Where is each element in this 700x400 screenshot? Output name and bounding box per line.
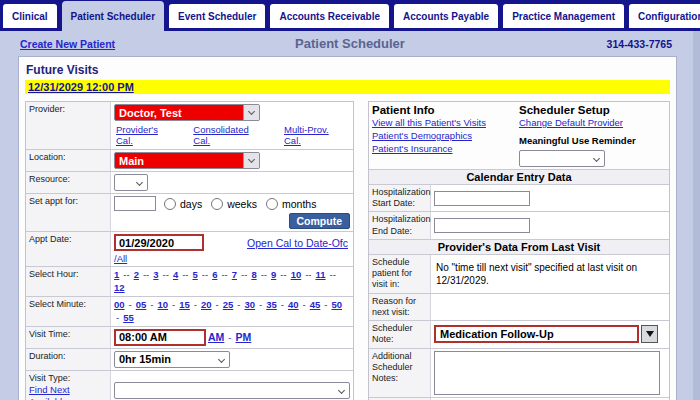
scheduler-note-row: Scheduler Note: Medication Follow-Up — [369, 321, 669, 349]
am-link[interactable]: AM — [208, 331, 224, 343]
location-label: Location: — [26, 150, 111, 171]
location-select[interactable]: Main — [114, 152, 260, 169]
hour-link[interactable]: 9 — [271, 269, 276, 280]
minute-link[interactable]: 55 — [123, 312, 134, 323]
reason-label: Reason for next visit: — [369, 294, 431, 321]
visit-time-label: Visit Time: — [26, 327, 111, 348]
months-radio-label: months — [282, 198, 316, 210]
additional-notes-textarea[interactable] — [434, 351, 660, 395]
minute-link[interactable]: 00 — [114, 299, 125, 310]
minute-link[interactable]: 35 — [266, 299, 277, 310]
set-appt-count-input[interactable] — [114, 196, 156, 211]
scheduler-detail-panel: Patient Info View all this Patient's Vis… — [368, 101, 670, 400]
set-appt-row: Set appt for: days weeks months Compute — [26, 194, 353, 232]
visit-type-label: Visit Type: Find Next Available — [26, 371, 111, 400]
hosp-end-row: Hospitalization End Date: — [369, 212, 669, 240]
resource-select[interactable] — [114, 174, 148, 191]
scrollbar[interactable] — [693, 31, 700, 400]
months-radio[interactable] — [266, 198, 278, 210]
tab-configuration[interactable]: Configuration — [629, 4, 700, 28]
page-header: Patient Scheduler Create New Patient 314… — [0, 31, 700, 56]
patient-visits-link[interactable]: View all this Patient's Visits — [372, 117, 486, 130]
visit-time-input[interactable] — [114, 329, 206, 346]
hosp-start-row: Hospitalization Start Date: — [369, 185, 669, 213]
minute-link[interactable]: 10 — [158, 299, 169, 310]
schedule-in-label: Schedule patient for visit in: — [369, 255, 431, 293]
hosp-end-input[interactable] — [434, 218, 530, 233]
find-next-available-link[interactable]: Find Next Available — [29, 384, 70, 400]
hour-link[interactable]: 10 — [291, 269, 302, 280]
consolidated-cal-link[interactable]: Consolidated Cal. — [193, 124, 268, 146]
tab-accounts-receivable[interactable]: Accounts Receivable — [270, 4, 389, 28]
select-minute-row: Select Minute: 00-05-10-15-20-25-30-35-4… — [26, 297, 353, 327]
minute-link[interactable]: 05 — [136, 299, 147, 310]
minute-link[interactable]: 30 — [245, 299, 256, 310]
pm-link[interactable]: PM — [236, 331, 252, 343]
hour-link[interactable]: 4 — [173, 269, 178, 280]
provider-select[interactable]: Doctor, Test — [114, 104, 260, 121]
providers-cal-link[interactable]: Provider's Cal. — [116, 124, 177, 146]
scheduler-note-label: Scheduler Note: — [369, 321, 431, 348]
patient-info-section: Patient Info View all this Patient's Vis… — [369, 102, 669, 170]
visit-type-select[interactable] — [114, 382, 350, 399]
tab-event-scheduler[interactable]: Event Scheduler — [169, 4, 265, 28]
duration-row: Duration: 0hr 15min — [26, 349, 353, 371]
hour-link[interactable]: 6 — [212, 269, 217, 280]
hosp-start-label: Hospitalization Start Date: — [369, 185, 431, 212]
chevron-down-icon — [243, 105, 259, 120]
meaningful-use-select[interactable] — [519, 150, 605, 167]
minute-link[interactable]: 25 — [223, 299, 234, 310]
chevron-down-icon — [243, 153, 259, 168]
dropdown-arrow-icon[interactable] — [641, 325, 658, 343]
hour-link[interactable]: 11 — [316, 269, 326, 280]
open-cal-link[interactable]: Open Cal to Date-Ofc — [247, 237, 348, 249]
tab-practice-management[interactable]: Practice Management — [503, 4, 624, 28]
tab-patient-scheduler[interactable]: Patient Scheduler — [62, 1, 164, 31]
patient-info-block: Patient Info View all this Patient's Vis… — [372, 104, 519, 167]
hour-link[interactable]: 8 — [251, 269, 256, 280]
scheduler-setup-heading: Scheduler Setup — [519, 104, 666, 116]
appt-date-label: Appt Date: — [26, 232, 111, 266]
multi-prov-cal-link[interactable]: Multi-Prov. Cal. — [284, 124, 348, 146]
change-default-provider-link[interactable]: Change Default Provider — [519, 117, 623, 130]
additional-notes-row: Additional Scheduler Notes: — [369, 349, 669, 398]
scheduler-note-input[interactable]: Medication Follow-Up — [434, 325, 639, 343]
hour-link[interactable]: 12 — [114, 282, 125, 293]
main-tab-bar: Clinical Patient Scheduler Event Schedul… — [0, 0, 700, 31]
provider-label: Provider: — [26, 102, 111, 149]
days-radio[interactable] — [164, 198, 176, 210]
hour-link[interactable]: 3 — [153, 269, 158, 280]
hour-link[interactable]: 5 — [193, 269, 198, 280]
location-row: Location: Main — [26, 150, 353, 172]
hour-link[interactable]: 7 — [232, 269, 237, 280]
patient-insurance-link[interactable]: Patient's Insurance — [372, 143, 453, 156]
appt-date-input[interactable] — [114, 234, 204, 251]
duration-select[interactable]: 0hr 15min — [114, 351, 230, 368]
weeks-radio[interactable] — [211, 198, 223, 210]
visit-type-row: Visit Type: Find Next Available — [26, 371, 353, 400]
weeks-radio-label: weeks — [227, 198, 257, 210]
future-visit-date-link[interactable]: 12/31/2029 12:00 PM — [28, 81, 134, 93]
duration-label: Duration: — [26, 349, 111, 370]
hosp-start-input[interactable] — [434, 191, 530, 206]
page-title: Patient Scheduler — [0, 36, 700, 51]
patient-demographics-link[interactable]: Patient's Demographics — [372, 130, 472, 143]
minute-link[interactable]: 15 — [179, 299, 190, 310]
compute-button[interactable]: Compute — [289, 213, 351, 229]
minute-link[interactable]: 20 — [201, 299, 212, 310]
provider-row: Provider: Doctor, Test Provider's Cal. C… — [26, 102, 353, 150]
hour-link[interactable]: 2 — [134, 269, 139, 280]
provider-data-heading: Provider's Data From Last Visit — [369, 240, 669, 255]
minute-link[interactable]: 50 — [332, 299, 343, 310]
hour-link[interactable]: 1 — [114, 269, 119, 280]
tab-clinical[interactable]: Clinical — [3, 4, 57, 28]
tab-accounts-payable[interactable]: Accounts Payable — [394, 4, 498, 28]
calendar-entry-heading: Calendar Entry Data — [369, 170, 669, 185]
schedule-in-value: No "time till next visit" specified at l… — [434, 260, 666, 288]
minute-link[interactable]: 40 — [288, 299, 299, 310]
hosp-end-label: Hospitalization End Date: — [369, 212, 431, 239]
appt-date-row: Appt Date: Open Cal to Date-Ofc /All — [26, 232, 353, 267]
minute-link[interactable]: 45 — [310, 299, 321, 310]
all-link[interactable]: /All — [114, 253, 127, 264]
select-hour-row: Select Hour: 1--2--3--4--5--6--7--8--9--… — [26, 267, 353, 297]
